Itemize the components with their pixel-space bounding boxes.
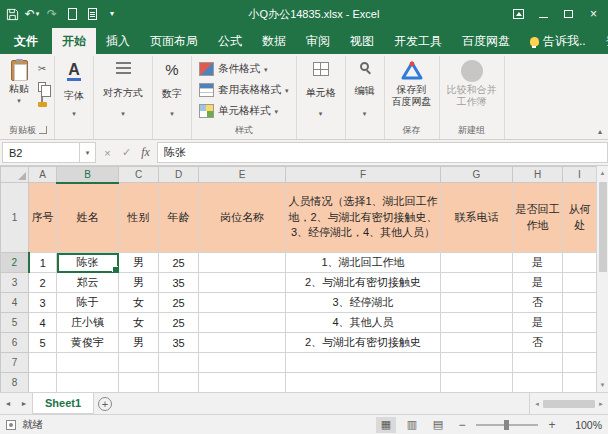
column-header-e[interactable]: E <box>199 167 286 183</box>
cell-b2-selected[interactable]: 陈张 <box>57 253 119 273</box>
column-header-h[interactable]: H <box>513 167 563 183</box>
cell-c2[interactable]: 男 <box>119 253 159 273</box>
cell-d1[interactable]: 年龄 <box>159 183 199 253</box>
cell-b5[interactable]: 庄小镇 <box>57 313 119 333</box>
cell-c5[interactable]: 女 <box>119 313 159 333</box>
collapse-ribbon-button[interactable]: ▴ <box>598 127 602 136</box>
tab-data[interactable]: 数据 <box>252 28 296 54</box>
cell-f6[interactable]: 2、与湖北有密切接触史 <box>286 333 441 353</box>
cell-i4[interactable] <box>563 293 597 313</box>
cell-h6[interactable]: 否 <box>513 333 563 353</box>
zoom-level[interactable]: 100% <box>566 419 602 431</box>
cell-i2[interactable] <box>563 253 597 273</box>
cell-a4[interactable]: 3 <box>29 293 57 313</box>
format-as-table-button[interactable]: 套用表格格式 ▾ <box>195 80 293 100</box>
row-header-5[interactable]: 5 <box>1 313 29 333</box>
cell-g3[interactable] <box>441 273 513 293</box>
cell-b1[interactable]: 姓名 <box>57 183 119 253</box>
tab-home[interactable]: 开始 <box>52 28 96 54</box>
row-header-3[interactable]: 3 <box>1 273 29 293</box>
number-group-button[interactable]: % 数字 ▾ <box>156 57 188 121</box>
tab-view[interactable]: 视图 <box>340 28 384 54</box>
zoom-slider[interactable] <box>476 424 538 426</box>
view-normal-button[interactable]: ▦ <box>376 417 396 433</box>
row-header-2[interactable]: 2 <box>1 253 29 273</box>
name-box[interactable]: B2 <box>2 142 80 163</box>
paste-button[interactable]: 粘贴 ▾ <box>5 57 33 104</box>
save-button[interactable] <box>2 2 22 26</box>
cell-g4[interactable] <box>441 293 513 313</box>
qat-document-button-2[interactable] <box>82 2 102 26</box>
sheet-nav-right-button[interactable]: ► <box>16 393 32 414</box>
cell-a5[interactable]: 4 <box>29 313 57 333</box>
column-header-a[interactable]: A <box>29 167 57 183</box>
cell-d6[interactable]: 35 <box>159 333 199 353</box>
cell-i6[interactable] <box>563 333 597 353</box>
cell-e3[interactable] <box>199 273 286 293</box>
conditional-formatting-button[interactable]: 条件格式 ▾ <box>195 59 293 79</box>
close-button[interactable]: × <box>581 2 606 26</box>
cell-f5[interactable]: 4、其他人员 <box>286 313 441 333</box>
cell-f3[interactable]: 2、与湖北有密切接触史 <box>286 273 441 293</box>
cell-h3[interactable]: 是 <box>513 273 563 293</box>
cell-e8[interactable] <box>199 373 286 393</box>
cut-button[interactable]: ✂ <box>34 61 50 76</box>
cell-f2[interactable]: 1、湖北回工作地 <box>286 253 441 273</box>
cell-g7[interactable] <box>441 353 513 373</box>
row-header-8[interactable]: 8 <box>1 373 29 393</box>
cell-d2[interactable]: 25 <box>159 253 199 273</box>
macro-record-button[interactable] <box>6 420 16 430</box>
cell-h1[interactable]: 是否回工作地 <box>513 183 563 253</box>
cell-e2[interactable] <box>199 253 286 273</box>
horizontal-scrollbar[interactable]: ◄ ► <box>529 393 608 414</box>
cell-a1[interactable]: 序号 <box>29 183 57 253</box>
cell-b7[interactable] <box>57 353 119 373</box>
tab-baidu-netdisk[interactable]: 百度网盘 <box>452 28 520 54</box>
cell-d4[interactable]: 25 <box>159 293 199 313</box>
zoom-in-button[interactable]: + <box>544 418 560 432</box>
view-page-break-button[interactable]: ▤ <box>428 417 448 433</box>
cell-c8[interactable] <box>119 373 159 393</box>
alignment-group-button[interactable]: 对齐方式 ▾ <box>97 57 149 121</box>
qat-customize-button[interactable]: ▾ <box>102 2 122 26</box>
vertical-scrollbar[interactable]: ▲ ▼ <box>596 166 608 392</box>
copy-button[interactable] <box>34 79 50 94</box>
save-to-baidu-netdisk-button[interactable]: 保存到百度网盘 <box>388 57 436 108</box>
add-sheet-button[interactable]: + <box>94 393 116 414</box>
cell-f8[interactable] <box>286 373 441 393</box>
cell-g5[interactable] <box>441 313 513 333</box>
cell-d5[interactable]: 25 <box>159 313 199 333</box>
sheet-tab-sheet1[interactable]: Sheet1 <box>32 393 94 414</box>
cell-e4[interactable] <box>199 293 286 313</box>
formula-input[interactable]: 陈张 <box>158 142 608 163</box>
cell-e5[interactable] <box>199 313 286 333</box>
qat-document-button-1[interactable] <box>62 2 82 26</box>
cell-a2[interactable]: 1 <box>29 253 57 273</box>
insert-function-button[interactable]: fx <box>136 143 155 163</box>
zoom-slider-thumb[interactable] <box>504 420 509 430</box>
cells-group-button[interactable]: 单元格 ▾ <box>300 57 342 121</box>
sheet-nav-left-button[interactable]: ◄ <box>0 393 16 414</box>
tab-file[interactable]: 文件 <box>0 28 52 54</box>
row-header-1[interactable]: 1 <box>1 183 29 253</box>
column-header-f[interactable]: F <box>286 167 441 183</box>
ribbon-display-options-button[interactable] <box>506 2 531 26</box>
cell-i1[interactable]: 从何处 <box>563 183 597 253</box>
editing-group-button[interactable]: 编辑 ▾ <box>349 57 381 121</box>
cell-c7[interactable] <box>119 353 159 373</box>
cell-f1[interactable]: 人员情况（选择1、湖北回工作地，2、与湖北有密切接触史、3、经停湖北，4、其他人… <box>286 183 441 253</box>
tab-insert[interactable]: 插入 <box>96 28 140 54</box>
cell-d7[interactable] <box>159 353 199 373</box>
dialog-launcher-icon[interactable] <box>39 126 47 134</box>
column-header-d[interactable]: D <box>159 167 199 183</box>
cell-h2[interactable]: 是 <box>513 253 563 273</box>
cell-i3[interactable] <box>563 273 597 293</box>
minimize-button[interactable] <box>531 2 556 26</box>
column-header-b[interactable]: B <box>57 167 119 183</box>
cell-d3[interactable]: 35 <box>159 273 199 293</box>
column-header-g[interactable]: G <box>441 167 513 183</box>
cell-b4[interactable]: 陈于 <box>57 293 119 313</box>
cell-h4[interactable]: 否 <box>513 293 563 313</box>
vertical-scrollbar-thumb[interactable] <box>599 182 607 272</box>
cell-g8[interactable] <box>441 373 513 393</box>
